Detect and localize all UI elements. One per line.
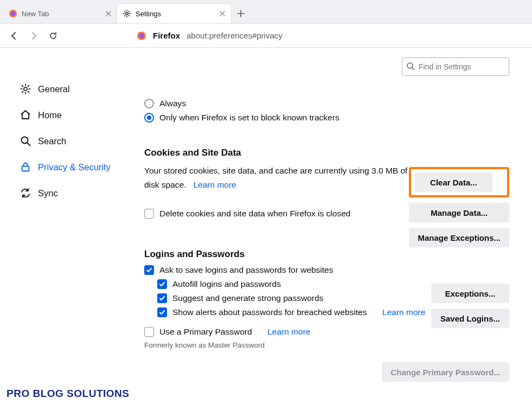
sidebar-item-label: Privacy & Security [38,162,111,172]
svg-point-5 [24,87,27,91]
clear-data-highlight: Clear Data... [409,167,509,197]
sidebar-item-sync[interactable]: Sync [20,180,140,206]
formerly-note: Formerly known as Master Password [144,341,510,349]
search-icon [406,62,415,70]
url-path: about:preferences#privacy [187,31,283,40]
checkbox-checked[interactable] [144,265,154,275]
url-context: Firefox [153,31,180,40]
checkbox-label: Suggest and generate strong passwords [172,293,323,303]
firefox-icon [9,9,17,18]
tab-strip: New Tab Settings [0,0,532,24]
page: General Home Search Privacy & Security S… [0,48,532,404]
logins-exceptions-button[interactable]: Exceptions... [431,284,509,303]
dnt-always-row[interactable]: Always [144,99,510,108]
lock-icon [20,161,31,173]
sidebar-item-general[interactable]: General [20,76,140,102]
back-button[interactable] [8,29,21,42]
sidebar-item-label: General [38,84,70,94]
sync-icon [20,187,31,199]
checkbox-checked[interactable] [157,279,167,289]
checkbox-unchecked[interactable] [144,209,154,219]
clear-data-button[interactable]: Clear Data... [414,172,492,192]
cookies-section-title: Cookies and Site Data [144,148,510,158]
new-tab-button[interactable] [231,4,251,23]
sidebar-item-label: Home [38,110,62,120]
primary-password-row[interactable]: Use a Primary Password Learn more [144,327,510,337]
checkbox-label: Autofill logins and passwords [172,279,281,289]
checkbox-checked[interactable] [157,293,167,303]
radio-unchecked[interactable] [144,99,154,108]
find-settings-input[interactable] [402,57,509,76]
checkbox-checked[interactable] [157,307,167,317]
radio-label: Only when Firefox is set to block known … [159,113,339,123]
sidebar-item-privacy[interactable]: Privacy & Security [20,154,140,180]
checkbox-label: Delete cookies and site data when Firefo… [159,209,350,219]
logins-section-title: Logins and Passwords [144,249,510,260]
url-bar[interactable]: Firefox about:preferences#privacy [137,31,283,41]
radio-label: Always [159,99,186,108]
ask-save-logins-row[interactable]: Ask to save logins and passwords for web… [144,265,510,275]
manage-data-button[interactable]: Manage Data... [409,203,509,222]
watermark: PRO BLOG SOLUTIONS [7,388,129,400]
svg-rect-7 [22,166,29,171]
change-primary-password-button[interactable]: Change Primary Password... [382,362,509,382]
checkbox-label: Show alerts about passwords for breached… [172,307,367,317]
tab-label: New Tab [22,10,49,18]
cookies-learn-more-link[interactable]: Learn more [193,180,236,189]
cookies-desc-text: Your stored cookies, site data, and cach… [144,166,407,189]
close-icon[interactable] [219,10,226,17]
svg-point-1 [11,11,15,16]
svg-point-6 [22,137,28,144]
home-icon [20,109,31,121]
gear-icon [20,83,31,95]
svg-point-2 [126,12,128,15]
forward-button[interactable] [27,29,40,42]
sidebar: General Home Search Privacy & Security S… [0,48,140,404]
cookies-desc: Your stored cookies, site data, and cach… [144,164,415,193]
firefox-icon [137,31,146,41]
checkbox-unchecked[interactable] [144,327,154,337]
tab-label: Settings [136,10,161,18]
svg-point-4 [139,33,144,38]
sidebar-item-label: Search [38,136,66,146]
main-content: Always Only when Firefox is set to block… [140,48,532,404]
reload-button[interactable] [47,29,60,42]
radio-checked[interactable] [144,113,154,123]
sidebar-item-label: Sync [38,188,58,198]
checkbox-label: Use a Primary Password [159,327,252,337]
sidebar-item-search[interactable]: Search [20,128,140,154]
dnt-only-row[interactable]: Only when Firefox is set to block known … [144,113,510,123]
gear-icon [123,9,131,18]
toolbar: Firefox about:preferences#privacy [0,24,532,48]
close-icon[interactable] [105,10,112,17]
find-settings-wrap [402,57,509,76]
breach-learn-more-link[interactable]: Learn more [382,307,425,317]
search-icon [20,135,31,147]
manage-exceptions-button[interactable]: Manage Exceptions... [409,228,509,247]
tab-settings[interactable]: Settings [117,4,231,23]
checkbox-label: Ask to save logins and passwords for web… [159,265,334,275]
tab-new-tab[interactable]: New Tab [3,4,117,23]
primary-learn-more-link[interactable]: Learn more [267,327,310,337]
sidebar-item-home[interactable]: Home [20,102,140,128]
saved-logins-button[interactable]: Saved Logins... [431,309,509,328]
